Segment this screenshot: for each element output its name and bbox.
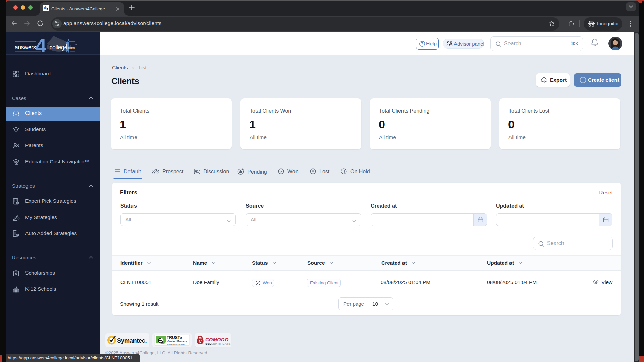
svg-text:CERTIFICATE: CERTIFICATE xyxy=(211,342,230,345)
svg-text:answers: answers xyxy=(15,44,36,51)
svg-text:4: 4 xyxy=(35,34,47,54)
svg-text:SSL: SSL xyxy=(205,342,211,345)
svg-text:C: C xyxy=(199,339,202,344)
svg-text:Powered by TrustArc: Powered by TrustArc xyxy=(167,343,186,345)
svg-text:TRUSTe: TRUSTe xyxy=(167,335,182,340)
svg-text:TM: TM xyxy=(74,43,77,45)
svg-text:college: college xyxy=(50,44,67,51)
svg-text:COMODO: COMODO xyxy=(205,337,229,342)
svg-text:.com: .com xyxy=(67,46,75,50)
svg-text:Symantec.: Symantec. xyxy=(117,337,147,344)
svg-text:Verified Privacy: Verified Privacy xyxy=(167,340,187,343)
